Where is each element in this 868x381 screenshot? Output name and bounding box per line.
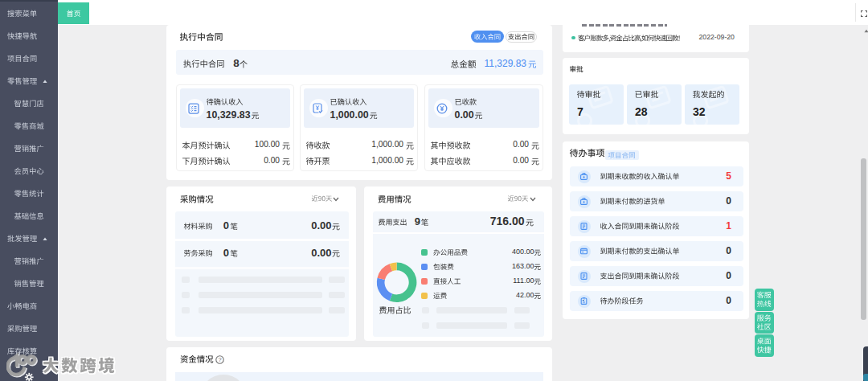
svg-text:?: ?: [218, 356, 221, 363]
